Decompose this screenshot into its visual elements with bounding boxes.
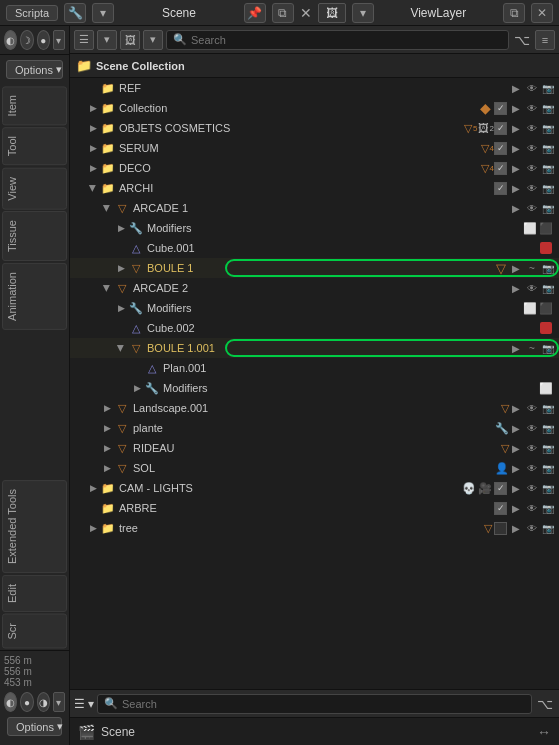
tree-row[interactable]: ▶ 🔧 Modifiers ⬜ ⬛ — [70, 298, 559, 318]
camera-icon[interactable]: 📷 — [541, 421, 555, 435]
vl-close-btn[interactable]: ✕ — [531, 3, 553, 23]
bottom-circle3[interactable]: ◑ — [37, 692, 50, 712]
vl-copy-icon[interactable]: ⧉ — [503, 3, 525, 23]
tree-row[interactable]: △ Cube.001 — [70, 238, 559, 258]
visibility-checkbox[interactable]: ✓ — [494, 182, 507, 195]
vtab-scr[interactable]: Scr — [2, 614, 67, 649]
bottom-circle2[interactable]: ● — [20, 692, 33, 712]
scene-dropdown-btn[interactable]: ▾ — [92, 3, 114, 23]
arrow-icon[interactable]: ▶ — [509, 481, 523, 495]
arrow-icon[interactable]: ▶ — [509, 401, 523, 415]
camera-icon[interactable]: 📷 — [541, 201, 555, 215]
camera-icon[interactable]: 📷 — [541, 261, 555, 275]
expand-arrow-expanded[interactable]: ▶ — [114, 341, 128, 355]
expand-arrow[interactable]: ▶ — [114, 261, 128, 275]
arrow-icon[interactable]: ▶ — [509, 521, 523, 535]
eye-icon[interactable]: 👁 — [525, 501, 539, 515]
tree-row[interactable]: ▶ 📁 ARCHI ✓ ▶ 👁 📷 — [70, 178, 559, 198]
eye-icon[interactable]: 👁 — [525, 161, 539, 175]
vtab-item[interactable]: Item — [2, 86, 67, 125]
arrow-icon[interactable]: ▶ — [509, 101, 523, 115]
bottom-view-option-icon[interactable]: ▾ — [88, 697, 94, 711]
vtab-tissue[interactable]: Tissue — [2, 211, 67, 261]
tree-row[interactable]: ▶ ▽ RIDEAU ▽ ▶ 👁 📷 — [70, 438, 559, 458]
tree-row[interactable]: △ Plan.001 — [70, 358, 559, 378]
camera-icon[interactable]: 📷 — [541, 501, 555, 515]
bottom-options-button[interactable]: Options ▾ — [7, 717, 62, 736]
view-option-icon[interactable]: ▾ — [97, 30, 117, 50]
vtab-edit[interactable]: Edit — [2, 575, 67, 612]
tree-row[interactable]: ▶ 📁 OBJETS COSMETICS ▽5 🖼2 ✓ ▶ 👁 📷 — [70, 118, 559, 138]
eye-icon[interactable]: 👁 — [525, 201, 539, 215]
camera-icon[interactable]: 📷 — [541, 461, 555, 475]
arrow-icon[interactable]: ▶ — [509, 121, 523, 135]
tree-row[interactable]: ▶ ▽ ARCADE 2 ▶ 👁 📷 — [70, 278, 559, 298]
arrow-icon[interactable]: ▶ — [509, 341, 523, 355]
tree-row[interactable]: ▶ ▽ Landscape.001 ▽ ▶ 👁 📷 — [70, 398, 559, 418]
eye-icon[interactable]: 👁 — [525, 281, 539, 295]
tree-row[interactable]: ▶ 🔧 Modifiers ⬜ ⬛ — [70, 218, 559, 238]
vtab-extended[interactable]: Extended Tools — [2, 480, 67, 573]
expand-arrow[interactable]: ▶ — [86, 481, 100, 495]
eye-icon[interactable]: 👁 — [525, 481, 539, 495]
expand-arrow[interactable]: ▶ — [100, 421, 114, 435]
visibility-checkbox[interactable]: ✓ — [494, 162, 507, 175]
camera-icon[interactable]: 📷 — [541, 81, 555, 95]
boule1-row[interactable]: ▶ ▽ BOULE 1 ▽ ▶ ~ 📷 — [70, 258, 559, 278]
camera-icon[interactable]: 📷 — [541, 101, 555, 115]
arrow-icon[interactable]: ▶ — [509, 441, 523, 455]
tree-row[interactable]: ▶ ▽ ARCADE 1 ▶ 👁 📷 — [70, 198, 559, 218]
bottom-view-type-icon[interactable]: ☰ — [74, 697, 85, 711]
tree-row[interactable]: ▶ 🔧 Modifiers ⬜ — [70, 378, 559, 398]
bottom-search-input[interactable] — [122, 698, 525, 710]
vtab-tool[interactable]: Tool — [2, 127, 67, 165]
eye-icon[interactable]: 👁 — [525, 461, 539, 475]
filter-icon[interactable]: ⌥ — [512, 30, 532, 50]
status-arrow-icon[interactable]: ↔ — [537, 725, 551, 739]
expand-arrow[interactable]: ▶ — [100, 441, 114, 455]
arrow-icon[interactable]: ▶ — [509, 201, 523, 215]
camera-icon[interactable]: 📷 — [541, 481, 555, 495]
eye-icon[interactable]: 👁 — [525, 101, 539, 115]
arrow-icon[interactable]: ▶ — [509, 81, 523, 95]
eye-icon[interactable]: 👁 — [525, 121, 539, 135]
bottom-chevron[interactable]: ▾ — [53, 692, 65, 712]
extra-icon[interactable]: ≡ — [535, 30, 555, 50]
arrow-icon[interactable]: ▶ — [509, 421, 523, 435]
tree-row[interactable]: ▶ 📁 tree ▽ ▶ 👁 📷 — [70, 518, 559, 538]
expand-arrow-expanded[interactable]: ▶ — [100, 201, 114, 215]
workspace-scripta-btn[interactable]: Scripta — [6, 5, 58, 21]
tree-row[interactable]: △ Cube.002 — [70, 318, 559, 338]
eye-icon[interactable]: 👁 — [525, 441, 539, 455]
shade-circle-btn[interactable]: ☽ — [20, 30, 33, 50]
expand-arrow[interactable]: ▶ — [130, 381, 144, 395]
expand-arrow[interactable]: ▶ — [86, 101, 100, 115]
arrow-icon[interactable]: ▶ — [509, 501, 523, 515]
curve-icon[interactable]: ~ — [525, 341, 539, 355]
arrow-icon[interactable]: ▶ — [509, 181, 523, 195]
expand-arrow[interactable]: ▶ — [86, 141, 100, 155]
visibility-checkbox[interactable]: ✓ — [494, 142, 507, 155]
expand-arrow-expanded[interactable]: ▶ — [100, 281, 114, 295]
bottom-circle1[interactable]: ◐ — [4, 692, 17, 712]
expand-arrow[interactable]: ▶ — [100, 461, 114, 475]
eye-icon[interactable]: 👁 — [525, 81, 539, 95]
camera-icon[interactable]: 📷 — [541, 341, 555, 355]
eye-icon[interactable]: 👁 — [525, 141, 539, 155]
mode-circle-btn[interactable]: ◐ — [4, 30, 17, 50]
render-circle-btn[interactable]: ● — [37, 30, 50, 50]
expand-arrow[interactable]: ▶ — [114, 221, 128, 235]
tree-row[interactable]: ▶ 📁 CAM - LIGHTS 💀 🎥 ✓ ▶ 👁 📷 — [70, 478, 559, 498]
arrow-icon[interactable]: ▶ — [509, 161, 523, 175]
tree-row[interactable]: 📁 ARBRE ✓ ▶ 👁 📷 — [70, 498, 559, 518]
visibility-checkbox[interactable]: ✓ — [494, 102, 507, 115]
viewlayer-icon-btn[interactable]: 🖼 — [318, 3, 346, 23]
visibility-checkbox[interactable]: ✓ — [494, 122, 507, 135]
view-type-icon[interactable]: ☰ — [74, 30, 94, 50]
expand-arrow[interactable]: ▶ — [86, 161, 100, 175]
camera-icon[interactable]: 📷 — [541, 441, 555, 455]
scripta-icon-btn[interactable]: 🔧 — [64, 3, 86, 23]
vtab-view[interactable]: View — [2, 168, 67, 210]
expand-arrow[interactable]: ▶ — [100, 401, 114, 415]
eye-icon[interactable]: 👁 — [525, 401, 539, 415]
